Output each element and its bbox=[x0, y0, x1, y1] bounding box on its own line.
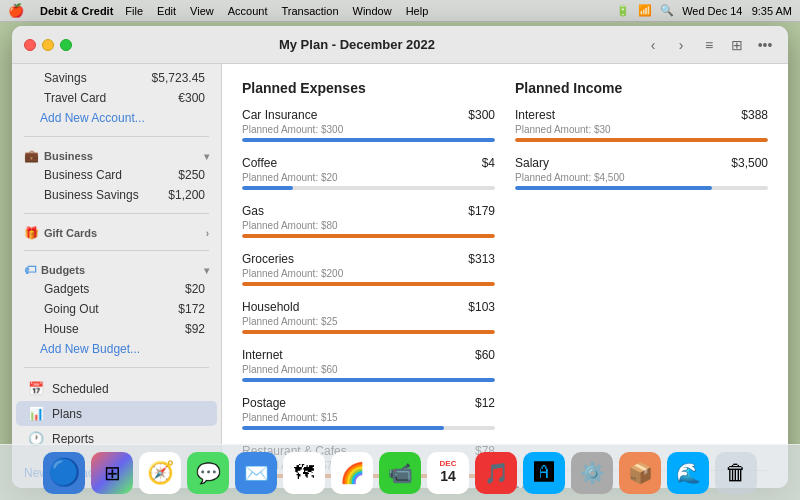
dock-appstore[interactable]: 🅰 bbox=[523, 452, 565, 494]
menu-window[interactable]: Window bbox=[353, 5, 392, 17]
sidebar: Savings $5,723.45 Travel Card €300 Add N… bbox=[12, 64, 222, 488]
expense-coffee: Coffee $4 Planned Amount: $20 bbox=[242, 156, 495, 190]
dock-music[interactable]: 🎵 bbox=[475, 452, 517, 494]
content-columns: Planned Expenses Car Insurance $300 Plan… bbox=[242, 80, 768, 488]
menu-transaction[interactable]: Transaction bbox=[281, 5, 338, 17]
income-interest: Interest $388 Planned Amount: $30 bbox=[515, 108, 768, 142]
expense-groceries: Groceries $313 Planned Amount: $200 bbox=[242, 252, 495, 286]
chevron-down-icon-2: ▾ bbox=[204, 265, 209, 276]
menu-account[interactable]: Account bbox=[228, 5, 268, 17]
dock-maps[interactable]: 🗺 bbox=[283, 452, 325, 494]
dock-launchpad[interactable]: ⊞ bbox=[91, 452, 133, 494]
dock-trash[interactable]: 🗑 bbox=[715, 452, 757, 494]
app-menu[interactable]: Debit & Credit bbox=[40, 5, 113, 17]
dock-safari[interactable]: 🧭 bbox=[139, 452, 181, 494]
dock-finder[interactable]: 🔵 bbox=[43, 452, 85, 494]
dock-calendar[interactable]: DEC 14 bbox=[427, 452, 469, 494]
main-content: Planned Expenses Car Insurance $300 Plan… bbox=[222, 64, 788, 488]
close-button[interactable] bbox=[24, 39, 36, 51]
progress-bar-gas bbox=[242, 234, 495, 238]
wifi-icon: 📶 bbox=[638, 4, 652, 17]
progress-bar-groceries bbox=[242, 282, 495, 286]
expense-gas: Gas $179 Planned Amount: $80 bbox=[242, 204, 495, 238]
sidebar-item-savings[interactable]: Savings $5,723.45 bbox=[16, 68, 217, 88]
planned-income-header: Planned Income bbox=[515, 80, 768, 96]
menu-view[interactable]: View bbox=[190, 5, 214, 17]
menu-items: File Edit View Account Transaction Windo… bbox=[125, 5, 428, 17]
maximize-button[interactable] bbox=[60, 39, 72, 51]
progress-bar-interest bbox=[515, 138, 768, 142]
menubar: 🍎 Debit & Credit File Edit View Account … bbox=[0, 0, 800, 22]
sidebar-item-plans[interactable]: 📊 Plans bbox=[16, 401, 217, 426]
progress-bar-internet bbox=[242, 378, 495, 382]
business-section: 💼 Business ▾ Business Card $250 Business… bbox=[12, 141, 221, 209]
chevron-right-icon: › bbox=[206, 228, 209, 239]
progress-bar-household bbox=[242, 330, 495, 334]
minimize-button[interactable] bbox=[42, 39, 54, 51]
nav-prev-button[interactable]: ‹ bbox=[642, 34, 664, 56]
accounts-section: Savings $5,723.45 Travel Card €300 Add N… bbox=[12, 64, 221, 132]
plans-icon: 📊 bbox=[28, 406, 44, 421]
window-body: Savings $5,723.45 Travel Card €300 Add N… bbox=[12, 64, 788, 488]
menu-edit[interactable]: Edit bbox=[157, 5, 176, 17]
nav-next-button[interactable]: › bbox=[670, 34, 692, 56]
business-icon: 💼 bbox=[24, 149, 39, 163]
nav-section: 📅 Scheduled 📊 Plans 🕐 Reports bbox=[12, 372, 221, 455]
datetime: Wed Dec 14 9:35 AM bbox=[682, 5, 792, 17]
expense-car-insurance: Car Insurance $300 Planned Amount: $300 bbox=[242, 108, 495, 142]
progress-bar-car-insurance bbox=[242, 138, 495, 142]
sidebar-item-travel-card[interactable]: Travel Card €300 bbox=[16, 88, 217, 108]
scheduled-icon: 📅 bbox=[28, 381, 44, 396]
add-account-link[interactable]: Add New Account... bbox=[12, 108, 221, 128]
gift-icon: 🎁 bbox=[24, 226, 39, 240]
income-salary: Salary $3,500 Planned Amount: $4,500 bbox=[515, 156, 768, 190]
view-grid-button[interactable]: ⊞ bbox=[726, 34, 748, 56]
sidebar-item-business-savings[interactable]: Business Savings $1,200 bbox=[16, 185, 217, 205]
dock-photos[interactable]: 🌈 bbox=[331, 452, 373, 494]
dock-finder2[interactable]: 🌊 bbox=[667, 452, 709, 494]
sidebar-item-going-out[interactable]: Going Out $172 bbox=[16, 299, 217, 319]
view-list-button[interactable]: ≡ bbox=[698, 34, 720, 56]
sidebar-item-house[interactable]: House $92 bbox=[16, 319, 217, 339]
dock-box[interactable]: 📦 bbox=[619, 452, 661, 494]
main-window: My Plan - December 2022 ‹ › ≡ ⊞ ••• Savi… bbox=[12, 26, 788, 488]
window-title: My Plan - December 2022 bbox=[80, 37, 634, 52]
dock-messages[interactable]: 💬 bbox=[187, 452, 229, 494]
add-budget-link[interactable]: Add New Budget... bbox=[12, 339, 221, 359]
titlebar: My Plan - December 2022 ‹ › ≡ ⊞ ••• bbox=[12, 26, 788, 64]
dock-facetime[interactable]: 📹 bbox=[379, 452, 421, 494]
menubar-right: 🔋 📶 🔍 Wed Dec 14 9:35 AM bbox=[616, 4, 792, 17]
titlebar-controls: ‹ › ≡ ⊞ ••• bbox=[642, 34, 776, 56]
menu-help[interactable]: Help bbox=[406, 5, 429, 17]
apple-menu[interactable]: 🍎 bbox=[8, 3, 24, 18]
chevron-down-icon: ▾ bbox=[204, 151, 209, 162]
expense-postage: Postage $12 Planned Amount: $15 bbox=[242, 396, 495, 430]
dock-mail[interactable]: ✉️ bbox=[235, 452, 277, 494]
business-group-header[interactable]: 💼 Business ▾ bbox=[12, 145, 221, 165]
planned-expenses-header: Planned Expenses bbox=[242, 80, 495, 96]
progress-bar-postage bbox=[242, 426, 495, 430]
dock: 🔵 ⊞ 🧭 💬 ✉️ 🗺 🌈 📹 DEC 14 🎵 🅰 ⚙️ 📦 🌊 🗑 bbox=[0, 444, 800, 500]
divider-1 bbox=[24, 136, 209, 137]
budgets-group-header[interactable]: 🏷 Budgets ▾ bbox=[12, 259, 221, 279]
search-icon[interactable]: 🔍 bbox=[660, 4, 674, 17]
dock-settings[interactable]: ⚙️ bbox=[571, 452, 613, 494]
progress-bar-coffee bbox=[242, 186, 495, 190]
expenses-column: Planned Expenses Car Insurance $300 Plan… bbox=[242, 80, 495, 488]
progress-bar-salary bbox=[515, 186, 768, 190]
budgets-section: 🏷 Budgets ▾ Gadgets $20 Going Out $172 H… bbox=[12, 255, 221, 363]
menu-file[interactable]: File bbox=[125, 5, 143, 17]
sidebar-item-scheduled[interactable]: 📅 Scheduled bbox=[16, 376, 217, 401]
sidebar-item-gadgets[interactable]: Gadgets $20 bbox=[16, 279, 217, 299]
gift-cards-group-header[interactable]: 🎁 Gift Cards › bbox=[12, 222, 221, 242]
gift-cards-section: 🎁 Gift Cards › bbox=[12, 218, 221, 246]
divider-2 bbox=[24, 213, 209, 214]
divider-4 bbox=[24, 367, 209, 368]
battery-icon: 🔋 bbox=[616, 4, 630, 17]
sidebar-item-business-card[interactable]: Business Card $250 bbox=[16, 165, 217, 185]
more-button[interactable]: ••• bbox=[754, 34, 776, 56]
divider-3 bbox=[24, 250, 209, 251]
income-column: Planned Income Interest $388 Planned Amo… bbox=[515, 80, 768, 488]
expense-internet: Internet $60 Planned Amount: $60 bbox=[242, 348, 495, 382]
expense-household: Household $103 Planned Amount: $25 bbox=[242, 300, 495, 334]
